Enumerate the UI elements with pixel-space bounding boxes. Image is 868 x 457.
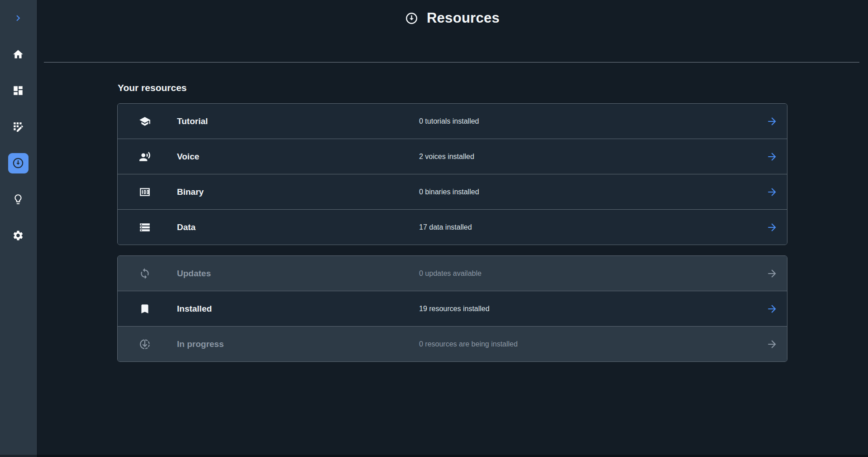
row-status: 17 data installed: [419, 223, 472, 231]
bookmark-icon: [139, 303, 151, 315]
lightbulb-icon: [12, 193, 24, 205]
arrow-forward-icon: [766, 115, 778, 127]
row-label: Data: [177, 222, 196, 232]
arrow-forward-icon: [766, 268, 778, 279]
card-resource-states: Updates0 updates availableInstalled19 re…: [117, 255, 787, 362]
chevron-right-icon: [12, 12, 24, 24]
section-title: Your resources: [118, 82, 787, 93]
page-title: Resources: [427, 10, 500, 26]
row-data[interactable]: Data17 data installed: [118, 209, 787, 245]
row-label: In progress: [177, 339, 224, 349]
content: Your resources Tutorial0 tutorials insta…: [117, 82, 787, 362]
card-resource-types: Tutorial0 tutorials installedVoice2 voic…: [117, 103, 787, 245]
dashboard-icon: [12, 85, 24, 96]
arrow-forward-icon: [766, 221, 778, 233]
row-binary[interactable]: Binary0 binaries installed: [118, 174, 787, 209]
binary-icon: [139, 186, 151, 198]
row-installed[interactable]: Installed19 resources installed: [118, 291, 787, 326]
row-status: 0 binaries installed: [419, 188, 479, 196]
arrow-forward-icon: [766, 186, 778, 198]
row-status: 0 updates available: [419, 269, 482, 278]
download-circle-icon: [405, 11, 419, 25]
sidebar-item-settings[interactable]: [0, 217, 36, 254]
sidebar-item-annotate[interactable]: [0, 109, 36, 145]
arrow-forward-icon: [766, 303, 778, 315]
sidebar-item-resources[interactable]: [0, 145, 36, 181]
header-divider: [44, 62, 859, 63]
download-circle-icon: [12, 157, 24, 169]
sidebar-item-home[interactable]: [0, 36, 36, 72]
row-in-progress: In progress0 resources are being install…: [118, 326, 787, 361]
sidebar-item-ideas[interactable]: [0, 181, 36, 217]
page-header: Resources: [36, 0, 868, 63]
main-area: Resources Your resources Tutorial0 tutor…: [36, 0, 868, 362]
row-label: Binary: [177, 187, 204, 197]
row-status: 0 tutorials installed: [419, 117, 479, 125]
home-icon: [12, 48, 24, 60]
school-icon: [139, 115, 151, 127]
row-updates: Updates0 updates available: [118, 256, 787, 291]
sidebar-item-dashboard[interactable]: [0, 72, 36, 109]
sidebar-item-expand[interactable]: [0, 0, 36, 36]
sync-icon: [139, 268, 151, 279]
record-voice-over-icon: [139, 151, 151, 163]
arrow-forward-icon: [766, 151, 778, 163]
downloading-icon: [139, 338, 151, 350]
row-label: Installed: [177, 304, 212, 314]
window-bottom-edge: [0, 455, 868, 457]
storage-icon: [139, 221, 151, 233]
row-status: 2 voices installed: [419, 153, 474, 161]
row-status: 19 resources installed: [419, 305, 490, 313]
arrow-forward-icon: [766, 338, 778, 350]
row-status: 0 resources are being installed: [419, 340, 518, 348]
app-registration-icon: [12, 121, 24, 133]
resource-groups: Tutorial0 tutorials installedVoice2 voic…: [117, 103, 787, 362]
row-label: Updates: [177, 269, 211, 279]
gear-icon: [12, 230, 24, 241]
row-voice[interactable]: Voice2 voices installed: [118, 139, 787, 174]
row-label: Tutorial: [177, 116, 208, 126]
sidebar: [0, 0, 37, 457]
row-tutorial[interactable]: Tutorial0 tutorials installed: [118, 104, 787, 139]
row-label: Voice: [177, 152, 199, 162]
